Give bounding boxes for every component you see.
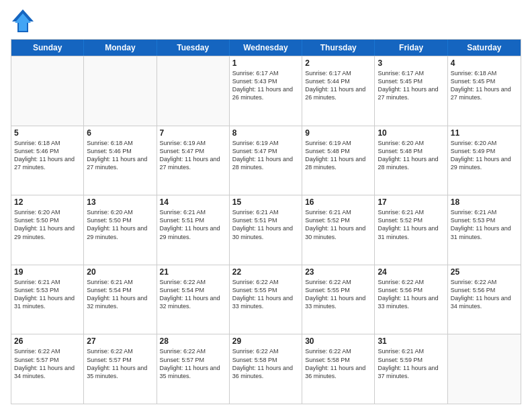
day-number: 26 [14, 336, 81, 346]
calendar-cell: 15Sunrise: 6:21 AM Sunset: 5:51 PM Dayli… [230, 195, 302, 265]
calendar-week-2: 5Sunrise: 6:18 AM Sunset: 5:46 PM Daylig… [11, 126, 521, 195]
day-info: Sunrise: 6:22 AM Sunset: 5:55 PM Dayligh… [232, 278, 299, 311]
day-info: Sunrise: 6:21 AM Sunset: 5:53 PM Dayligh… [14, 278, 81, 311]
calendar-body: 1Sunrise: 6:17 AM Sunset: 5:43 PM Daylig… [11, 56, 521, 404]
day-header-wednesday: Wednesday [230, 40, 302, 56]
calendar-cell: 8Sunrise: 6:19 AM Sunset: 5:47 PM Daylig… [230, 126, 302, 195]
calendar-cell: 10Sunrise: 6:20 AM Sunset: 5:48 PM Dayli… [375, 126, 447, 195]
logo-icon [11, 8, 35, 34]
calendar-cell: 18Sunrise: 6:21 AM Sunset: 5:53 PM Dayli… [448, 195, 521, 265]
day-header-tuesday: Tuesday [157, 40, 230, 56]
calendar-cell: 4Sunrise: 6:18 AM Sunset: 5:45 PM Daylig… [448, 56, 521, 126]
logo [11, 8, 35, 34]
day-info: Sunrise: 6:22 AM Sunset: 5:56 PM Dayligh… [451, 278, 518, 311]
day-info: Sunrise: 6:22 AM Sunset: 5:58 PM Dayligh… [305, 347, 371, 380]
day-info: Sunrise: 6:22 AM Sunset: 5:56 PM Dayligh… [378, 278, 444, 311]
day-info: Sunrise: 6:21 AM Sunset: 5:59 PM Dayligh… [378, 347, 444, 380]
calendar-cell: 28Sunrise: 6:22 AM Sunset: 5:57 PM Dayli… [157, 334, 230, 404]
calendar-cell: 2Sunrise: 6:17 AM Sunset: 5:44 PM Daylig… [302, 56, 375, 126]
calendar-cell: 16Sunrise: 6:21 AM Sunset: 5:52 PM Dayli… [302, 195, 375, 265]
calendar-cell: 17Sunrise: 6:21 AM Sunset: 5:52 PM Dayli… [375, 195, 447, 265]
calendar-cell: 24Sunrise: 6:22 AM Sunset: 5:56 PM Dayli… [375, 265, 447, 334]
day-info: Sunrise: 6:20 AM Sunset: 5:48 PM Dayligh… [378, 139, 444, 172]
day-info: Sunrise: 6:22 AM Sunset: 5:58 PM Dayligh… [232, 347, 299, 380]
header [11, 8, 521, 34]
day-info: Sunrise: 6:20 AM Sunset: 5:50 PM Dayligh… [87, 208, 153, 241]
calendar-cell: 7Sunrise: 6:19 AM Sunset: 5:47 PM Daylig… [157, 126, 230, 195]
calendar-header: SundayMondayTuesdayWednesdayThursdayFrid… [11, 40, 521, 56]
day-number: 9 [305, 128, 371, 138]
calendar-cell: 22Sunrise: 6:22 AM Sunset: 5:55 PM Dayli… [230, 265, 302, 334]
day-number: 31 [378, 336, 444, 346]
calendar-week-5: 26Sunrise: 6:22 AM Sunset: 5:57 PM Dayli… [11, 334, 521, 404]
calendar-cell: 11Sunrise: 6:20 AM Sunset: 5:49 PM Dayli… [448, 126, 521, 195]
calendar-cell: 23Sunrise: 6:22 AM Sunset: 5:55 PM Dayli… [302, 265, 375, 334]
day-info: Sunrise: 6:21 AM Sunset: 5:51 PM Dayligh… [232, 208, 299, 241]
day-info: Sunrise: 6:19 AM Sunset: 5:47 PM Dayligh… [232, 139, 299, 172]
day-info: Sunrise: 6:21 AM Sunset: 5:52 PM Dayligh… [305, 208, 371, 241]
calendar-cell: 29Sunrise: 6:22 AM Sunset: 5:58 PM Dayli… [230, 334, 302, 404]
day-header-monday: Monday [84, 40, 157, 56]
calendar-cell [84, 56, 157, 126]
day-info: Sunrise: 6:17 AM Sunset: 5:45 PM Dayligh… [378, 69, 444, 102]
day-number: 18 [451, 197, 518, 207]
calendar-cell: 25Sunrise: 6:22 AM Sunset: 5:56 PM Dayli… [448, 265, 521, 334]
calendar-cell: 5Sunrise: 6:18 AM Sunset: 5:46 PM Daylig… [11, 126, 84, 195]
calendar-cell [157, 56, 230, 126]
day-number: 27 [87, 336, 153, 346]
day-number: 29 [232, 336, 299, 346]
day-number: 12 [14, 197, 81, 207]
day-number: 24 [378, 267, 444, 277]
day-header-saturday: Saturday [448, 40, 521, 56]
calendar-cell [11, 56, 84, 126]
day-number: 19 [14, 267, 81, 277]
calendar-cell: 3Sunrise: 6:17 AM Sunset: 5:45 PM Daylig… [375, 56, 447, 126]
day-info: Sunrise: 6:21 AM Sunset: 5:52 PM Dayligh… [378, 208, 444, 241]
day-info: Sunrise: 6:21 AM Sunset: 5:51 PM Dayligh… [160, 208, 226, 241]
calendar-week-4: 19Sunrise: 6:21 AM Sunset: 5:53 PM Dayli… [11, 265, 521, 334]
calendar-week-3: 12Sunrise: 6:20 AM Sunset: 5:50 PM Dayli… [11, 195, 521, 265]
day-number: 28 [160, 336, 226, 346]
calendar-cell: 1Sunrise: 6:17 AM Sunset: 5:43 PM Daylig… [230, 56, 302, 126]
day-number: 15 [232, 197, 299, 207]
calendar-cell: 19Sunrise: 6:21 AM Sunset: 5:53 PM Dayli… [11, 265, 84, 334]
day-info: Sunrise: 6:19 AM Sunset: 5:47 PM Dayligh… [160, 139, 226, 172]
day-number: 13 [87, 197, 153, 207]
day-number: 22 [232, 267, 299, 277]
day-info: Sunrise: 6:18 AM Sunset: 5:46 PM Dayligh… [87, 139, 153, 172]
day-number: 17 [378, 197, 444, 207]
day-info: Sunrise: 6:22 AM Sunset: 5:55 PM Dayligh… [305, 278, 371, 311]
day-number: 4 [451, 58, 518, 68]
calendar-cell: 27Sunrise: 6:22 AM Sunset: 5:57 PM Dayli… [84, 334, 157, 404]
day-number: 20 [87, 267, 153, 277]
calendar-cell: 21Sunrise: 6:22 AM Sunset: 5:54 PM Dayli… [157, 265, 230, 334]
day-number: 11 [451, 128, 518, 138]
calendar-cell [448, 334, 521, 404]
calendar-cell: 26Sunrise: 6:22 AM Sunset: 5:57 PM Dayli… [11, 334, 84, 404]
day-header-friday: Friday [375, 40, 447, 56]
day-number: 2 [305, 58, 371, 68]
calendar-cell: 9Sunrise: 6:19 AM Sunset: 5:48 PM Daylig… [302, 126, 375, 195]
day-info: Sunrise: 6:22 AM Sunset: 5:57 PM Dayligh… [160, 347, 226, 380]
page: SundayMondayTuesdayWednesdayThursdayFrid… [0, 0, 532, 411]
day-header-sunday: Sunday [11, 40, 84, 56]
day-info: Sunrise: 6:20 AM Sunset: 5:50 PM Dayligh… [14, 208, 81, 241]
day-number: 10 [378, 128, 444, 138]
calendar: SundayMondayTuesdayWednesdayThursdayFrid… [11, 39, 521, 404]
calendar-cell: 20Sunrise: 6:21 AM Sunset: 5:54 PM Dayli… [84, 265, 157, 334]
day-info: Sunrise: 6:18 AM Sunset: 5:46 PM Dayligh… [14, 139, 81, 172]
day-info: Sunrise: 6:22 AM Sunset: 5:57 PM Dayligh… [14, 347, 81, 380]
day-number: 25 [451, 267, 518, 277]
calendar-cell: 13Sunrise: 6:20 AM Sunset: 5:50 PM Dayli… [84, 195, 157, 265]
day-info: Sunrise: 6:17 AM Sunset: 5:44 PM Dayligh… [305, 69, 371, 102]
day-number: 23 [305, 267, 371, 277]
day-number: 16 [305, 197, 371, 207]
day-info: Sunrise: 6:17 AM Sunset: 5:43 PM Dayligh… [232, 69, 299, 102]
calendar-cell: 31Sunrise: 6:21 AM Sunset: 5:59 PM Dayli… [375, 334, 447, 404]
calendar-cell: 14Sunrise: 6:21 AM Sunset: 5:51 PM Dayli… [157, 195, 230, 265]
day-info: Sunrise: 6:20 AM Sunset: 5:49 PM Dayligh… [451, 139, 518, 172]
day-header-thursday: Thursday [302, 40, 375, 56]
day-number: 5 [14, 128, 81, 138]
calendar-cell: 6Sunrise: 6:18 AM Sunset: 5:46 PM Daylig… [84, 126, 157, 195]
day-info: Sunrise: 6:19 AM Sunset: 5:48 PM Dayligh… [305, 139, 371, 172]
